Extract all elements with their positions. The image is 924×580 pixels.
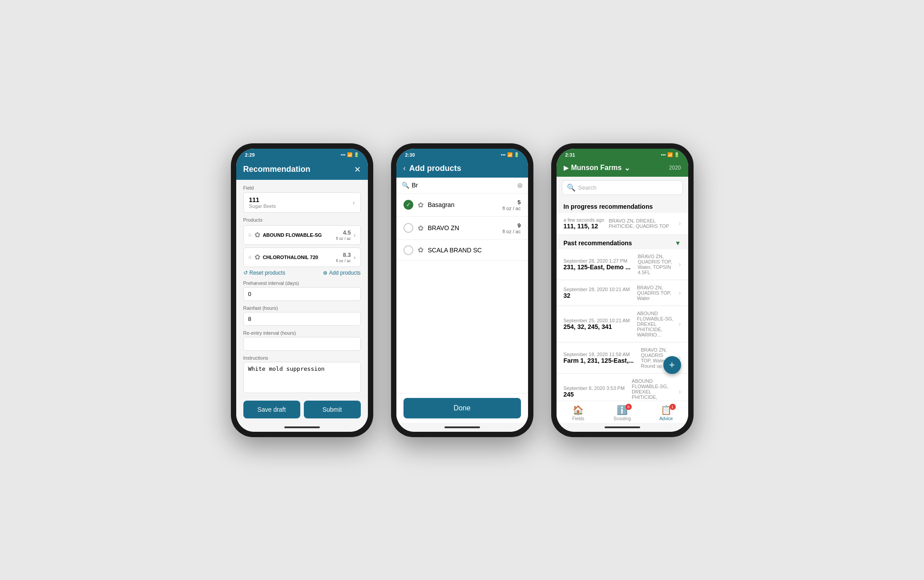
past-rec-2-chevron-icon: ›	[678, 289, 681, 297]
search-input[interactable]	[412, 182, 514, 189]
past-rec-3-fields: 254, 32, 245, 341	[564, 323, 630, 330]
product1-rate: 4.5 fl oz / ac	[336, 229, 351, 241]
in-progress-chevron-icon: ›	[678, 219, 681, 227]
tab-scouting[interactable]: 6 ℹ️ Scouting	[600, 405, 644, 421]
phone-recommendation: 2:29 ▪▪▪ 📶 🔋 Recommendation ✕ Field 111	[231, 143, 373, 437]
done-button[interactable]: Done	[403, 398, 521, 418]
status-bar-3: 2:31 ▪▪▪ 📶 🔋	[557, 149, 688, 159]
product-list-name-1: Basagran	[428, 201, 498, 208]
product1-name: ABOUND FLOWABLE-SG	[263, 232, 334, 238]
rainfast-input[interactable]	[243, 312, 361, 326]
past-rec-1-fields: 231, 125-East, Demo ...	[564, 264, 631, 271]
search-icon-3: 🔍	[567, 183, 576, 192]
field-number: 111	[249, 196, 276, 203]
farm-name: Munson Farms	[571, 164, 622, 172]
phone1-footer: Save draft Submit	[236, 396, 368, 423]
fields-tab-icon: 🏠	[573, 405, 584, 415]
product-list-rate-1: 5 fl oz / ac	[503, 199, 521, 211]
preharvest-input[interactable]	[243, 287, 361, 301]
product-icon-1: ✿	[418, 201, 424, 209]
past-rec-3[interactable]: September 25, 2020 10:21 AM 254, 32, 245…	[557, 306, 688, 342]
recommendation-header: Recommendation ✕	[236, 159, 368, 180]
list-item-3[interactable]: ✿ SCALA BRAND SC	[396, 240, 528, 261]
product-list-name-3: SCALA BRAND SC	[428, 247, 516, 254]
list-item-1[interactable]: ✓ ✿ Basagran 5 fl oz / ac	[396, 194, 528, 217]
field-label: Field	[243, 185, 361, 191]
field-box[interactable]: 111 Sugar Beets ›	[243, 192, 361, 213]
signal-icon-2: ▪▪▪	[501, 152, 506, 157]
submit-button[interactable]: Submit	[304, 401, 361, 418]
farm-selector[interactable]: ▶ Munson Farms ⌄	[564, 164, 630, 172]
product1-chevron-icon: ›	[354, 231, 356, 239]
add-products-button[interactable]: ⊕ Add products	[323, 270, 361, 276]
phone-add-products: 2:30 ▪▪▪ 📶 🔋 ‹ Add products 🔍 ⊗ ✓	[391, 143, 533, 437]
product-icon-2: ✿	[418, 224, 424, 232]
past-rec-2[interactable]: September 28, 2020 10:21 AM 32 BRAVO ZN,…	[557, 280, 688, 306]
list-item-2[interactable]: ✿ BRAVO ZN 9 fl oz / ac	[396, 217, 528, 240]
products-label: Products	[243, 217, 361, 223]
product-row-2: ≡ ✿ CHLOROTHALONIL 720 8.3 fl oz / ac ›	[243, 247, 361, 267]
advice-header: ▶ Munson Farms ⌄ 2020	[557, 159, 688, 177]
past-rec-3-date: September 25, 2020 10:21 AM	[564, 318, 630, 323]
in-progress-header: In progress recommendations	[557, 199, 688, 213]
preharvest-group: Preharvest interval (days)	[243, 280, 361, 301]
products-list: ✓ ✿ Basagran 5 fl oz / ac ✿ BRAVO ZN 9 f…	[396, 194, 528, 393]
reentry-input[interactable]	[243, 337, 361, 351]
rainfast-group: Rainfast (hours)	[243, 305, 361, 326]
product2-name: CHLOROTHALONIL 720	[263, 255, 334, 260]
past-rec-5[interactable]: September 8, 2020 3:53 PM 245 ABOUND FLO…	[557, 374, 688, 401]
signal-icon: ▪▪▪	[341, 152, 346, 157]
time-2: 2:30	[405, 152, 415, 158]
add-products-header: ‹ Add products	[396, 159, 528, 178]
year-badge: 2020	[669, 165, 681, 171]
product2-chevron-icon: ›	[354, 254, 356, 261]
search-bar: 🔍 ⊗	[396, 178, 528, 194]
tab-advice[interactable]: 1 📋 Advice	[644, 405, 688, 421]
time-1: 2:29	[245, 152, 255, 158]
check-circle-1: ✓	[403, 200, 413, 210]
filter-icon[interactable]: ▼	[675, 239, 681, 247]
add-fab-button[interactable]: +	[663, 356, 681, 374]
product2-rate: 8.3 fl oz / ac	[336, 251, 351, 263]
phone2-footer: Done	[396, 393, 528, 423]
fungicide-icon-2: ✿	[254, 253, 260, 261]
instructions-textarea[interactable]: White mold suppression	[243, 362, 361, 393]
home-indicator-2	[396, 423, 528, 432]
clear-search-icon[interactable]: ⊗	[517, 181, 523, 190]
wifi-icon: 📶	[347, 152, 352, 157]
drag-icon-2: ≡	[248, 254, 252, 261]
status-icons-3: ▪▪▪ 📶 🔋	[661, 152, 679, 157]
add-icon: ⊕	[323, 270, 327, 276]
search-placeholder: Search	[578, 184, 597, 191]
reentry-group: Re-entry interval (hours)	[243, 330, 361, 351]
drag-icon-1: ≡	[248, 231, 252, 239]
home-indicator-1	[236, 423, 368, 432]
tab-fields-label: Fields	[572, 416, 584, 421]
field-name: Sugar Beets	[249, 203, 276, 209]
fungicide-icon-1: ✿	[254, 231, 260, 239]
past-recs-header: Past recommendations ▼	[557, 235, 688, 249]
close-icon[interactable]: ✕	[354, 165, 361, 174]
in-progress-products: BRAVO ZN, DREXEL PHITICIDE, QUADRIS TOP	[609, 218, 678, 229]
reset-products-button[interactable]: ↺ Reset products	[243, 270, 286, 276]
past-rec-1[interactable]: September 28, 2020 1:27 PM 231, 125-East…	[557, 249, 688, 280]
product-list-name-2: BRAVO ZN	[428, 224, 498, 231]
product-actions: ↺ Reset products ⊕ Add products	[243, 270, 361, 276]
past-rec-2-products: BRAVO ZN, QUADRIS TOP, Water	[633, 285, 678, 301]
tab-fields[interactable]: 🏠 Fields	[557, 405, 601, 421]
field-chevron-icon: ›	[353, 199, 355, 206]
search-box[interactable]: 🔍 Search	[562, 180, 683, 195]
in-progress-rec[interactable]: a few seconds ago 111, 115, 12 BRAVO ZN,…	[557, 213, 688, 235]
product-icon-3: ✿	[418, 246, 424, 254]
phones-container: 2:29 ▪▪▪ 📶 🔋 Recommendation ✕ Field 111	[231, 143, 694, 437]
product-list-rate-2: 9 fl oz / ac	[503, 222, 521, 234]
home-indicator-3	[557, 423, 688, 432]
save-draft-button[interactable]: Save draft	[243, 401, 300, 418]
back-button[interactable]: ‹	[403, 164, 406, 172]
check-circle-3	[403, 245, 413, 255]
tab-bar: 🏠 Fields 6 ℹ️ Scouting 1 📋 Advice	[557, 401, 688, 423]
battery-icon: 🔋	[354, 152, 359, 157]
status-bar-1: 2:29 ▪▪▪ 📶 🔋	[236, 149, 368, 159]
check-circle-2	[403, 223, 413, 233]
reentry-label: Re-entry interval (hours)	[243, 330, 361, 336]
